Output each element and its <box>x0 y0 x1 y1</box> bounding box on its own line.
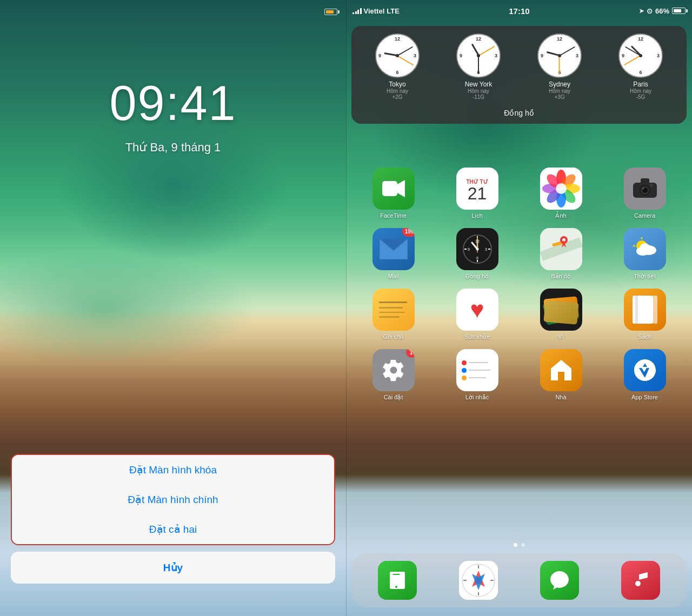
clock-minute-hand-ny <box>478 56 479 73</box>
camera-icon-app <box>624 168 666 210</box>
city-tokyo-offset: +2G <box>392 94 402 100</box>
city-paris: Paris <box>633 81 648 88</box>
reminder-row-3 <box>462 376 486 380</box>
dock-messages[interactable] <box>540 561 579 600</box>
app-books[interactable]: Sách <box>610 289 680 340</box>
dock-music[interactable] <box>621 561 660 600</box>
photos-icon <box>540 168 582 210</box>
app-mail[interactable]: 199 Mail <box>358 228 429 280</box>
app-weather[interactable]: Thời tiết <box>610 228 680 280</box>
action-sheet-options: Đặt Màn hình khóa Đặt Màn hình chính Đặt… <box>11 454 335 545</box>
dock-safari[interactable] <box>459 561 498 600</box>
reminder-line-1 <box>469 362 488 363</box>
app-camera[interactable]: Camera <box>610 168 680 219</box>
dock-phone[interactable] <box>378 561 417 600</box>
app-settings[interactable]: 1 Cài đặt <box>358 349 429 401</box>
clock-num-9-syd: 9 <box>541 53 543 58</box>
clock-app-icon: 12 3 6 9 <box>456 228 498 270</box>
city-par-sub: Hôm nay <box>630 88 651 94</box>
app-label-home: Nhà <box>555 394 566 400</box>
app-home[interactable]: Nhà <box>526 349 596 401</box>
health-icon-app: ♥ <box>456 289 498 331</box>
app-label-health: Sức khỏe <box>464 333 490 340</box>
network-label: LTE <box>387 7 400 15</box>
lock-date: Thứ Ba, 9 tháng 1 <box>0 140 346 155</box>
reminder-row-1 <box>462 360 488 365</box>
clock-center-ny <box>477 54 480 57</box>
lock-status-bar <box>0 0 346 24</box>
clock-num-9: 9 <box>378 53 381 58</box>
facetime-icon <box>372 168 415 210</box>
app-maps[interactable]: Bản đồ <box>526 228 596 280</box>
clock-num-6: 6 <box>396 70 398 75</box>
city-sydney: Sydney <box>549 81 570 88</box>
app-calendar[interactable]: THỨ TƯ 21 Lịch <box>442 168 513 219</box>
app-label-books: Sách <box>638 333 651 340</box>
analog-clock-paris: 12 3 6 9 <box>618 34 663 78</box>
mail-badge: 199 <box>402 228 415 237</box>
app-label-wallet: Ví <box>558 333 563 340</box>
clock-second-hand-ny <box>478 46 495 56</box>
signal-bar-3 <box>357 10 359 14</box>
world-clock-widget[interactable]: 12 3 6 9 Tokyo Hôm nay +2G <box>351 26 687 124</box>
page-dot-2 <box>521 543 525 547</box>
home-app-icon <box>540 349 582 391</box>
app-health[interactable]: ♥ Sức khỏe <box>442 289 513 340</box>
app-label-calendar: Lịch <box>471 212 483 219</box>
appstore-icon-app <box>624 349 666 391</box>
notes-icon-app <box>372 289 415 331</box>
phone-icon <box>378 561 417 600</box>
app-appstore[interactable]: App Store <box>610 349 680 401</box>
set-home-screen-button[interactable]: Đặt Màn hình chính <box>12 485 334 514</box>
clock-num-3-syd: 3 <box>576 53 578 58</box>
clock-center-sydney <box>558 54 561 57</box>
app-row-4: 1 Cài đặt <box>351 349 687 401</box>
cancel-button[interactable]: Hủy <box>11 552 335 584</box>
location-icon: ➤ <box>639 8 644 15</box>
dock <box>351 553 687 607</box>
clock-minute-hand-tokyo <box>397 46 414 56</box>
svg-rect-51 <box>635 296 638 324</box>
clock-num-3: 3 <box>414 53 416 58</box>
notes-line-3 <box>379 312 405 313</box>
app-wallet[interactable]: Ví <box>526 289 596 340</box>
city-tokyo: Tokyo <box>389 81 405 88</box>
clock-face-tokyo: 12 3 6 9 <box>376 35 418 77</box>
app-label-maps: Bản đồ <box>551 273 571 280</box>
clock-num-3-par: 3 <box>657 53 660 58</box>
calendar-icon: THỨ TƯ 21 <box>456 168 498 210</box>
svg-marker-1 <box>397 180 405 197</box>
app-photos[interactable]: Ảnh <box>526 168 596 219</box>
weather-icon-app <box>624 228 666 270</box>
status-bar: Viettel LTE 17:10 ➤ ⊙ 66% <box>346 0 692 22</box>
clock-num-9-par: 9 <box>622 53 624 58</box>
city-par-offset: -5G <box>636 94 646 100</box>
app-row-2: 199 Mail 12 <box>351 228 687 280</box>
notes-line-4 <box>379 316 400 318</box>
analog-clock-sydney: 12 3 6 9 <box>537 34 582 78</box>
clock-face-paris: 12 3 6 9 <box>620 35 662 77</box>
app-clock[interactable]: 12 3 6 9 Đồng hồ <box>442 228 513 280</box>
notes-line-1 <box>379 302 407 303</box>
settings-badge: 1 <box>406 349 415 358</box>
set-lock-screen-button[interactable]: Đặt Màn hình khóa <box>12 455 334 485</box>
app-notes[interactable]: Ghi chú <box>358 289 429 340</box>
set-both-button[interactable]: Đặt cả hai <box>12 514 334 544</box>
app-reminders[interactable]: Lời nhắc <box>442 349 513 401</box>
svg-point-19 <box>650 184 653 187</box>
clock-num-12-par: 12 <box>638 36 643 42</box>
app-row-1: FaceTime THỨ TƯ 21 Lịch <box>351 168 687 219</box>
battery-percent: 66% <box>655 7 669 15</box>
app-label-facetime: FaceTime <box>380 212 407 219</box>
reminder-line-2 <box>469 370 490 371</box>
clock-icon-small: ⊙ <box>647 7 653 15</box>
svg-point-18 <box>642 188 644 190</box>
app-facetime[interactable]: FaceTime <box>358 168 429 219</box>
widget-area[interactable]: 12 3 6 9 Tokyo Hôm nay +2G <box>351 26 687 124</box>
app-label-weather: Thời tiết <box>634 273 656 280</box>
city-syd-offset: +3G <box>554 94 564 100</box>
clock-center-paris <box>639 54 642 57</box>
settings-icon-app: 1 <box>372 349 415 391</box>
signal-bar-2 <box>355 11 357 14</box>
svg-text:9: 9 <box>468 247 470 251</box>
